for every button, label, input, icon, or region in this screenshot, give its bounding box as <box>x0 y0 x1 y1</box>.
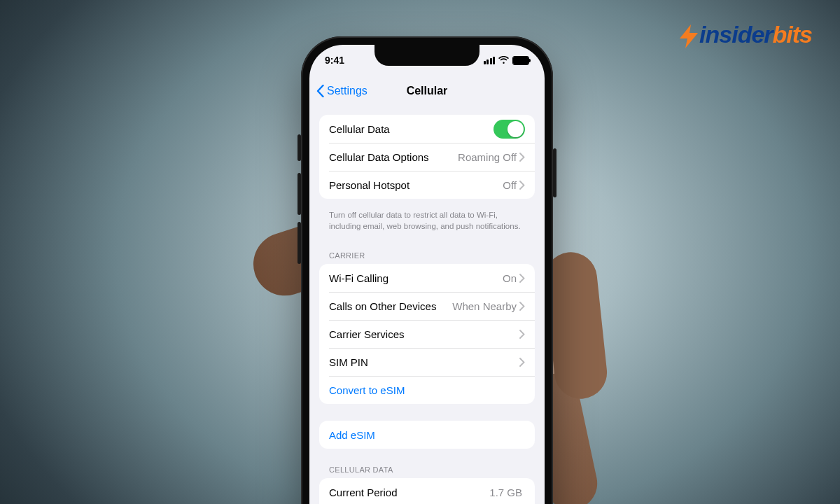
chevron-right-icon <box>519 181 525 190</box>
row-label: Wi-Fi Calling <box>329 272 503 284</box>
group-cellular-main: Cellular Data Cellular Data Options Roam… <box>319 115 535 199</box>
chevron-right-icon <box>519 274 525 283</box>
cellular-data-toggle[interactable] <box>493 120 525 139</box>
row-add-esim[interactable]: Add eSIM <box>319 421 535 449</box>
row-value: When Nearby <box>452 300 517 312</box>
row-label: Personal Hotspot <box>329 179 503 191</box>
battery-icon <box>512 56 529 65</box>
chevron-right-icon <box>519 153 525 162</box>
row-current-period[interactable]: Current Period 1.7 GB <box>319 478 535 504</box>
group-carrier: Wi-Fi Calling On Calls on Other Devices … <box>319 264 535 404</box>
chevron-right-icon <box>519 302 525 311</box>
row-personal-hotspot[interactable]: Personal Hotspot Off <box>319 171 535 199</box>
section-header-usage: CELLULAR DATA <box>319 456 535 478</box>
watermark-lead: insider <box>699 21 772 48</box>
bolt-icon <box>676 23 702 50</box>
row-label: Carrier Services <box>329 328 519 340</box>
row-cellular-data[interactable]: Cellular Data <box>319 115 535 143</box>
notch <box>374 45 479 66</box>
back-label: Settings <box>327 85 368 97</box>
phone-screen: 9:41 Settings Cellular <box>309 45 545 504</box>
row-calls-other-devices[interactable]: Calls on Other Devices When Nearby <box>319 292 535 320</box>
status-time: 9:41 <box>325 55 344 66</box>
row-label: Convert to eSIM <box>329 384 525 396</box>
back-button[interactable]: Settings <box>316 85 368 97</box>
row-label: Calls on Other Devices <box>329 300 452 312</box>
nav-bar: Settings Cellular <box>309 76 545 106</box>
chevron-right-icon <box>519 330 525 339</box>
row-label: SIM PIN <box>329 356 519 368</box>
watermark-tail: bits <box>773 21 812 48</box>
row-convert-esim[interactable]: Convert to eSIM <box>319 376 535 404</box>
watermark-logo: insiderbits <box>676 21 812 50</box>
wifi-icon <box>498 56 509 64</box>
row-wifi-calling[interactable]: Wi-Fi Calling On <box>319 264 535 292</box>
page-title: Cellular <box>407 85 448 97</box>
section-header-carrier: CARRIER <box>319 241 535 264</box>
chevron-right-icon <box>519 358 525 367</box>
phone-frame: 9:41 Settings Cellular <box>301 36 553 504</box>
group-footer: Turn off cellular data to restrict all d… <box>319 206 535 241</box>
group-usage: Current Period 1.7 GB Current Period Roa… <box>319 478 535 504</box>
row-value: 1.7 GB <box>489 486 522 498</box>
row-label: Add eSIM <box>329 429 525 441</box>
row-label: Current Period <box>329 486 489 498</box>
row-carrier-services[interactable]: Carrier Services <box>319 320 535 348</box>
row-label: Cellular Data <box>329 123 493 135</box>
group-add-esim: Add eSIM <box>319 421 535 449</box>
cellular-signal-icon <box>484 57 496 64</box>
row-cellular-data-options[interactable]: Cellular Data Options Roaming Off <box>319 143 535 171</box>
row-value: Roaming Off <box>458 151 517 163</box>
settings-content[interactable]: Cellular Data Cellular Data Options Roam… <box>309 115 545 504</box>
row-sim-pin[interactable]: SIM PIN <box>319 348 535 376</box>
chevron-left-icon <box>316 85 324 97</box>
row-value: Off <box>503 179 517 191</box>
row-value: On <box>503 272 517 284</box>
row-label: Cellular Data Options <box>329 151 458 163</box>
